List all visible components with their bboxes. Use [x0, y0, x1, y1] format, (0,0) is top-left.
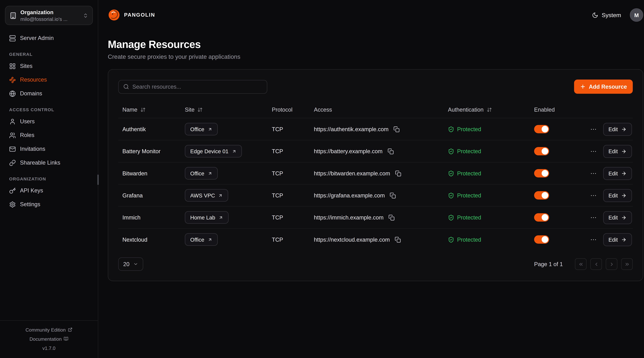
copy-url-button[interactable]	[394, 236, 402, 243]
last-page-button[interactable]	[621, 258, 633, 270]
chevron-right-icon	[609, 261, 614, 267]
arrow-right-icon	[621, 237, 626, 242]
sidebar-nav: Server Admin GENERALSitesResourcesDomain…	[0, 25, 98, 320]
sidebar-item-label: Invitations	[20, 146, 45, 152]
sidebar-item-settings[interactable]: Settings	[5, 198, 93, 211]
sidebar-item-shareable-links[interactable]: Shareable Links	[5, 156, 93, 169]
enabled-toggle[interactable]	[534, 235, 549, 244]
sidebar-item-resources[interactable]: Resources	[5, 73, 93, 86]
brand-name: PANGOLIN	[124, 12, 155, 18]
edit-button[interactable]: Edit	[603, 189, 632, 202]
enabled-toggle[interactable]	[534, 125, 549, 133]
copy-url-button[interactable]	[394, 169, 402, 177]
edit-button[interactable]: Edit	[603, 211, 632, 224]
sidebar-item-api-keys[interactable]: API Keys	[5, 184, 93, 197]
theme-toggle-button[interactable]: System	[592, 12, 621, 18]
next-page-button[interactable]	[606, 258, 618, 270]
enabled-toggle[interactable]	[534, 213, 549, 222]
edit-button[interactable]: Edit	[603, 233, 632, 246]
pagination: Page 1 of 1	[534, 258, 633, 270]
org-selector[interactable]: Organization milo@fossorial.io's ...	[5, 6, 93, 25]
site-link-button[interactable]: Edge Device 01	[185, 145, 242, 157]
row-actions-button[interactable]	[589, 125, 598, 134]
table-row: Immich Home Lab TCP https://immich.examp…	[118, 206, 633, 228]
copy-icon	[388, 214, 395, 220]
row-actions-button[interactable]	[589, 147, 598, 156]
ellipsis-icon	[590, 214, 597, 221]
community-edition-link[interactable]: Community Edition	[0, 325, 98, 334]
main-content: PANGOLIN System M Manage Resources Creat…	[98, 0, 644, 358]
sidebar-item-invitations[interactable]: Invitations	[5, 142, 93, 155]
copy-url-button[interactable]	[389, 191, 397, 199]
column-header-name[interactable]: Name	[118, 106, 181, 113]
site-link-button[interactable]: Office	[185, 167, 218, 180]
auth-status: Protected	[444, 236, 530, 242]
row-actions-button[interactable]	[589, 191, 598, 200]
first-page-button[interactable]	[575, 258, 587, 270]
site-link-button[interactable]: Office	[185, 233, 218, 246]
column-label: Protocol	[272, 106, 292, 113]
copy-icon	[388, 148, 394, 154]
sidebar-item-users[interactable]: Users	[5, 115, 93, 128]
resource-url: https://battery.example.com	[314, 148, 382, 154]
sidebar-resize-handle[interactable]	[97, 174, 99, 185]
sidebar-item-label: Users	[20, 118, 35, 125]
chevron-left-icon	[594, 261, 599, 267]
sort-icon	[198, 107, 203, 112]
search-input[interactable]	[132, 84, 262, 90]
edit-button[interactable]: Edit	[603, 167, 632, 180]
add-resource-button[interactable]: Add Resource	[574, 80, 633, 94]
copy-url-button[interactable]	[387, 147, 394, 155]
previous-page-button[interactable]	[590, 258, 602, 270]
site-link-button[interactable]: AWS VPC	[185, 189, 228, 202]
documentation-link[interactable]: Documentation	[0, 334, 98, 343]
avatar[interactable]: M	[630, 8, 643, 22]
resource-name: Nextcloud	[118, 236, 181, 242]
enabled-toggle[interactable]	[534, 169, 549, 177]
external-link-icon	[218, 193, 223, 198]
moon-icon	[592, 12, 598, 18]
table-row: Grafana AWS VPC TCP https://grafana.exam…	[118, 184, 633, 206]
sidebar-footer: Community Edition Documentation v1.7.0	[0, 320, 98, 358]
topbar: PANGOLIN System M	[98, 0, 644, 30]
page-size-value: 20	[123, 261, 130, 267]
table-row: Battery Monitor Edge Device 01 TCP https…	[118, 140, 633, 162]
key-icon	[9, 187, 16, 194]
table-body: Authentik Office TCP https://authentik.e…	[118, 118, 633, 250]
enabled-toggle[interactable]	[534, 191, 549, 200]
resources-card: Add Resource NameSiteProtocolAccessAuthe…	[108, 69, 643, 281]
column-header-access: Access	[310, 106, 444, 113]
sidebar-item-server-admin[interactable]: Server Admin	[5, 32, 93, 45]
copy-url-button[interactable]	[388, 213, 396, 221]
edit-button-label: Edit	[608, 236, 618, 242]
external-link-icon	[232, 149, 236, 154]
row-actions-button[interactable]	[589, 235, 598, 244]
site-link-button[interactable]: Office	[185, 123, 218, 135]
edit-button[interactable]: Edit	[603, 123, 632, 136]
edit-button-label: Edit	[608, 214, 618, 220]
page-size-select[interactable]: 20	[118, 257, 143, 271]
row-actions-button[interactable]	[589, 169, 598, 178]
enabled-toggle[interactable]	[534, 147, 549, 155]
column-header-site[interactable]: Site	[181, 106, 268, 113]
sidebar-item-sites[interactable]: Sites	[5, 60, 93, 72]
community-edition-label: Community Edition	[26, 327, 66, 332]
auth-status: Protected	[444, 148, 530, 154]
sidebar-item-label: Resources	[20, 77, 47, 83]
auth-status: Protected	[444, 126, 530, 132]
sites-icon	[9, 63, 16, 69]
copy-icon	[395, 236, 401, 242]
row-actions-button[interactable]	[589, 213, 598, 222]
sidebar-item-label: Sites	[20, 63, 32, 69]
ellipsis-icon	[590, 236, 597, 243]
sidebar-item-roles[interactable]: Roles	[5, 129, 93, 142]
sidebar-item-domains[interactable]: Domains	[5, 87, 93, 100]
copy-url-button[interactable]	[393, 125, 400, 133]
edit-button[interactable]: Edit	[603, 145, 632, 158]
site-label: Home Lab	[190, 214, 215, 220]
search-icon	[123, 84, 129, 90]
column-header-authentication[interactable]: Authentication	[444, 106, 530, 113]
server-icon	[9, 35, 16, 42]
shield-check-icon	[448, 148, 454, 154]
site-link-button[interactable]: Home Lab	[185, 211, 228, 224]
